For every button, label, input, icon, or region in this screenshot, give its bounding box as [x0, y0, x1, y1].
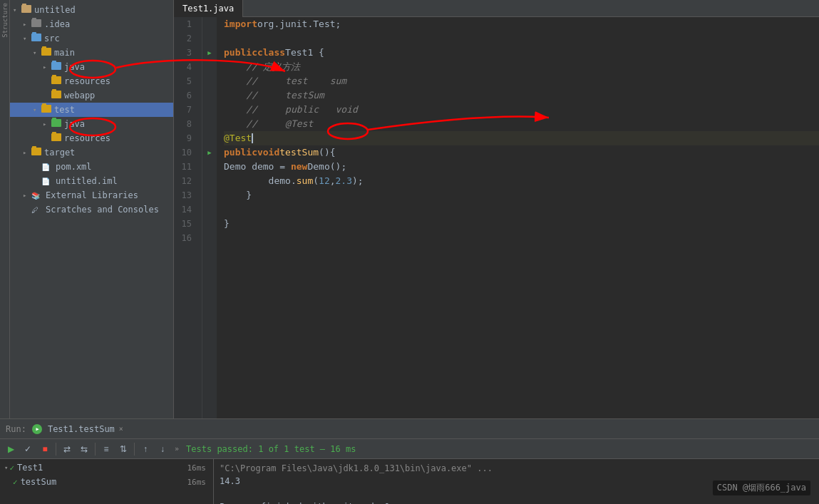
- code-content[interactable]: import org.junit.Test; public class Test…: [217, 17, 819, 418]
- code-line-15[interactable]: }: [224, 217, 819, 231]
- tree-item-idea[interactable]: .idea: [10, 17, 173, 31]
- line-num-2: 2: [174, 31, 196, 46]
- run-tab-name[interactable]: Test1.testSum: [48, 419, 115, 439]
- line-num-15: 15: [174, 217, 196, 231]
- tree-label-java: java: [64, 62, 85, 72]
- folder-icon-java2: [51, 119, 64, 129]
- run-check-button[interactable]: ✓: [20, 441, 36, 457]
- run-tree-arrow-0: ▾: [4, 464, 8, 471]
- run-content: ▾✓Test116ms✓testSum16ms "C:\Program File…: [0, 459, 819, 504]
- tree-item-pom[interactable]: 📄pom.xml: [10, 160, 173, 174]
- tree-label-main: main: [54, 48, 75, 58]
- tree-item-java2[interactable]: java: [10, 117, 173, 131]
- gutter-cell-10[interactable]: ▶: [202, 145, 217, 160]
- folder-icon-untitled: [21, 5, 34, 15]
- gutter-cell-2: [202, 31, 217, 46]
- line-num-7: 7: [174, 103, 196, 117]
- tree-item-webapp[interactable]: webapp: [10, 88, 173, 103]
- tree-item-scratches[interactable]: 🖊Scratches and Consoles: [10, 202, 173, 217]
- folder-icon-resources2: [51, 133, 64, 143]
- run-tree-item-1[interactable]: ✓testSum16ms: [1, 475, 212, 489]
- run-sort-button[interactable]: ⇅: [115, 441, 131, 457]
- line-num-16: 16: [174, 231, 196, 245]
- code-line-9[interactable]: @Test: [224, 131, 819, 145]
- tree-item-resources2[interactable]: resources: [10, 131, 173, 145]
- run-rerun-failed-button[interactable]: ⇆: [76, 441, 92, 457]
- code-line-12[interactable]: demo.sum(12,2.3);: [224, 174, 819, 188]
- run-tabs-bar: Run: Test1.testSum ×: [0, 419, 819, 439]
- folder-icon-target: [31, 148, 44, 158]
- run-tab-close[interactable]: ×: [118, 419, 125, 439]
- code-line-4[interactable]: // 定义方法: [224, 60, 819, 74]
- project-tree-panel: untitled.ideasrcmainjavaresourceswebappt…: [10, 0, 174, 418]
- run-tree-label-0: Test1: [17, 463, 43, 473]
- run-filter-button[interactable]: ≡: [98, 441, 114, 457]
- tree-item-main[interactable]: main: [10, 46, 173, 60]
- code-line-7[interactable]: // public void: [224, 103, 819, 117]
- run-tree-duration-1: 16ms: [187, 478, 210, 487]
- tree-label-resources: resources: [64, 76, 110, 86]
- scratches-icon: 🖊: [31, 206, 43, 214]
- gutter-cell-13: [202, 188, 217, 202]
- tree-item-test[interactable]: test: [10, 103, 173, 117]
- code-line-11[interactable]: Demo demo = new Demo();: [224, 160, 819, 174]
- line-num-5: 5: [174, 74, 196, 88]
- code-line-16[interactable]: [224, 231, 819, 245]
- code-editor[interactable]: 12345678910111213141516 ▶▶ import org.ju…: [174, 17, 819, 418]
- side-icons-bar: Structure: [0, 0, 10, 418]
- run-scroll-up-button[interactable]: ↑: [138, 441, 153, 457]
- gutter-cell-8: [202, 117, 217, 131]
- code-line-10[interactable]: public void testSum(){: [224, 145, 819, 160]
- line-num-13: 13: [174, 188, 196, 202]
- code-line-13[interactable]: }: [224, 188, 819, 202]
- run-tree-duration-0: 16ms: [187, 463, 210, 473]
- tree-label-iml: untitled.iml: [56, 176, 118, 186]
- run-stop-button[interactable]: ■: [37, 441, 53, 457]
- code-line-6[interactable]: // testSum: [224, 88, 819, 103]
- gutter-cell-9: [202, 131, 217, 145]
- tree-item-target[interactable]: target: [10, 145, 173, 160]
- folder-icon-main: [41, 48, 54, 58]
- tree-item-src[interactable]: src: [10, 31, 173, 46]
- structure-tab[interactable]: Structure: [1, 3, 9, 38]
- folder-icon-src: [31, 34, 44, 43]
- tree-label-pom: pom.xml: [56, 162, 92, 172]
- tree-item-java[interactable]: java: [10, 60, 173, 74]
- run-panel: Run: Test1.testSum × ▶ ✓ ■ ⇄ ⇆ ≡ ⇅ ↑ ↓ »…: [0, 418, 819, 504]
- code-line-5[interactable]: // test sum: [224, 74, 819, 88]
- tree-item-iml[interactable]: 📄untitled.iml: [10, 174, 173, 188]
- tree-item-resources[interactable]: resources: [10, 74, 173, 88]
- xml-icon-pom: 📄: [41, 163, 53, 171]
- code-line-14[interactable]: [224, 202, 819, 217]
- line-num-6: 6: [174, 88, 196, 103]
- gutter-cell-1: [202, 17, 217, 31]
- folder-icon-webapp: [51, 91, 64, 101]
- gutter-cell-6: [202, 88, 217, 103]
- line-num-4: 4: [174, 60, 196, 74]
- tree-label-target: target: [44, 148, 75, 158]
- line-num-3: 3: [174, 46, 196, 60]
- tree-item-extlibs[interactable]: 📚External Libraries: [10, 188, 173, 202]
- folder-icon-java: [51, 62, 64, 72]
- run-test-tree[interactable]: ▾✓Test116ms✓testSum16ms: [0, 459, 214, 504]
- run-toolbar: ▶ ✓ ■ ⇄ ⇆ ≡ ⇅ ↑ ↓ » Tests passed: 1 of 1…: [0, 439, 819, 459]
- code-line-2[interactable]: [224, 31, 819, 46]
- run-scroll-down-button[interactable]: ↓: [155, 441, 170, 457]
- output-line-0: "C:\Program Files\Java\jdk1.8.0_131\bin\…: [220, 462, 813, 475]
- tree-label-src: src: [44, 34, 60, 43]
- run-play-button[interactable]: ▶: [3, 441, 19, 457]
- run-tree-item-0[interactable]: ▾✓Test116ms: [1, 461, 212, 475]
- editor-tab-test1[interactable]: Test1.java: [174, 0, 243, 17]
- gutter-icons: ▶▶: [202, 17, 217, 418]
- code-line-1[interactable]: import org.junit.Test;: [224, 17, 819, 31]
- run-rerun-button[interactable]: ⇄: [59, 441, 75, 457]
- tree-label-webapp: webapp: [64, 91, 95, 101]
- code-line-3[interactable]: public class Test1 {: [224, 46, 819, 60]
- gutter-cell-11: [202, 160, 217, 174]
- run-tree-check-1: ✓: [13, 478, 18, 487]
- gutter-cell-3[interactable]: ▶: [202, 46, 217, 60]
- gutter-cell-14: [202, 202, 217, 217]
- code-line-8[interactable]: // @Test: [224, 117, 819, 131]
- tree-item-untitled[interactable]: untitled: [10, 3, 173, 17]
- tree-label-resources2: resources: [64, 133, 110, 143]
